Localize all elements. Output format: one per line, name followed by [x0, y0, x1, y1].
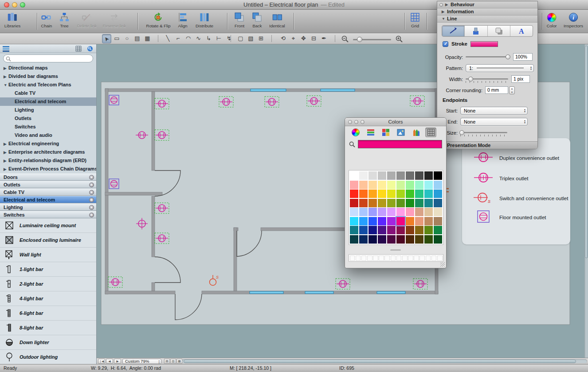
- color-swatch[interactable]: [387, 181, 396, 189]
- toolbar-rotate-flip-button[interactable]: Rotate & Flip: [146, 11, 171, 28]
- shadow-style-tab[interactable]: [488, 26, 510, 36]
- tool-smart-connector-button[interactable]: ↯: [224, 34, 234, 43]
- disclosure-triangle-icon[interactable]: ▶: [4, 64, 8, 72]
- toolbar-inspectors-button[interactable]: i Inspectors: [564, 11, 583, 28]
- stroke-checkbox[interactable]: [443, 41, 448, 47]
- zoom-slider-knob[interactable]: [357, 37, 362, 42]
- library-list-icon[interactable]: [3, 46, 10, 54]
- color-swatch[interactable]: [387, 235, 396, 244]
- color-swatch[interactable]: [406, 226, 414, 234]
- color-swatch[interactable]: [368, 226, 377, 234]
- color-swatch[interactable]: [396, 171, 405, 180]
- color-swatch[interactable]: [359, 217, 368, 225]
- disclosure-triangle-icon[interactable]: ▶: [4, 165, 8, 173]
- stencil-item[interactable]: 2-light bar: [0, 277, 96, 291]
- corner-rounding-field[interactable]: 0 mm: [485, 86, 508, 94]
- stencil-item[interactable]: Luminaire ceiling mount: [0, 218, 96, 233]
- zoom-level-popup[interactable]: Custom 79%: [122, 359, 161, 364]
- tool-zoom-area-button[interactable]: ⊞: [256, 34, 266, 43]
- minimize-window-button[interactable]: [12, 2, 17, 8]
- disclosure-triangle-icon[interactable]: ▶: [4, 148, 8, 156]
- disclosure-triangle-icon[interactable]: ▶: [4, 140, 8, 148]
- library-tree-item[interactable]: ▶Divided bar diagrams: [0, 72, 96, 81]
- color-swatch[interactable]: [415, 235, 423, 244]
- color-swatch[interactable]: [350, 208, 358, 216]
- color-swatch[interactable]: [350, 181, 358, 189]
- color-swatch[interactable]: [350, 199, 358, 207]
- zoom-dialog-button[interactable]: [361, 120, 365, 124]
- library-section-cable-tv[interactable]: Cable TV✕: [0, 188, 96, 196]
- library-section-switches[interactable]: Switches✕: [0, 211, 96, 218]
- custom-color-slot[interactable]: [437, 256, 443, 261]
- page-view-single-button[interactable]: ▤: [164, 359, 170, 364]
- width-slider[interactable]: [466, 78, 508, 80]
- stencil-item[interactable]: 8-light bar: [0, 321, 96, 335]
- custom-color-slot[interactable]: [361, 256, 367, 261]
- custom-color-slot[interactable]: [408, 256, 413, 261]
- color-swatch[interactable]: [350, 226, 358, 234]
- close-dialog-button[interactable]: [348, 120, 352, 124]
- color-swatch[interactable]: [359, 208, 368, 216]
- corner-rounding-stepper[interactable]: ▲▼: [509, 86, 515, 94]
- search-box[interactable]: [3, 54, 93, 62]
- library-tree-item[interactable]: Cable TV: [0, 89, 96, 97]
- color-swatch[interactable]: [387, 226, 396, 234]
- crayons-tab[interactable]: [410, 128, 421, 137]
- horizontal-scrollbar[interactable]: [182, 359, 587, 363]
- stencil-item[interactable]: Enclosed ceiling luminaire: [0, 233, 96, 248]
- toolbar-distribute-button[interactable]: Distribute: [196, 11, 213, 28]
- library-tree-item[interactable]: Lighting: [0, 106, 96, 114]
- tool-connector-button[interactable]: ↳: [204, 34, 213, 43]
- tool-curve-button[interactable]: ∿: [194, 34, 203, 43]
- view-grid-button[interactable]: [75, 46, 82, 54]
- color-swatch[interactable]: [396, 199, 405, 207]
- color-swatch[interactable]: [396, 181, 405, 189]
- toolbar-identical-button[interactable]: Identical: [269, 11, 285, 28]
- legend-item[interactable]: Duplex convenience outlet: [472, 151, 559, 165]
- color-swatch[interactable]: [424, 199, 433, 207]
- custom-color-slot[interactable]: [391, 256, 396, 261]
- color-swatch[interactable]: [359, 190, 368, 198]
- color-swatch[interactable]: [359, 171, 368, 180]
- selected-color-well[interactable]: [358, 140, 442, 148]
- color-swatch[interactable]: [434, 181, 442, 189]
- library-section-lighting[interactable]: Lighting✕: [0, 203, 96, 211]
- custom-color-slot[interactable]: [431, 256, 437, 261]
- toolbar-back-button[interactable]: Back: [252, 11, 263, 28]
- color-swatch[interactable]: [368, 171, 377, 180]
- color-swatch[interactable]: [378, 199, 386, 207]
- size-slider[interactable]: [460, 132, 507, 133]
- opacity-slider-knob[interactable]: [506, 54, 510, 59]
- color-swatch[interactable]: [378, 235, 386, 244]
- zoom-in-button[interactable]: [395, 35, 404, 43]
- color-swatch[interactable]: [406, 171, 414, 180]
- color-swatch[interactable]: [415, 199, 423, 207]
- opacity-value-field[interactable]: 100%: [513, 53, 533, 61]
- library-section-outlets[interactable]: Outlets✕: [0, 181, 96, 188]
- tool-rotate-button[interactable]: ⟲: [278, 34, 288, 43]
- toolbar-front-button[interactable]: Front: [234, 11, 245, 28]
- start-endpoint-popup[interactable]: None: [460, 107, 528, 115]
- color-swatch[interactable]: [434, 190, 442, 198]
- color-swatch[interactable]: [424, 226, 433, 234]
- library-tree-item[interactable]: Outlets: [0, 114, 96, 123]
- horizontal-scrollbar-thumb[interactable]: [184, 360, 576, 363]
- legend-item[interactable]: Triplex outlet: [472, 172, 528, 185]
- tool-select-button[interactable]: ➤: [102, 34, 111, 43]
- color-swatch[interactable]: [378, 190, 386, 198]
- color-swatch[interactable]: [378, 171, 386, 180]
- color-swatch[interactable]: [415, 208, 423, 216]
- color-swatch[interactable]: [396, 235, 405, 244]
- color-swatch[interactable]: [434, 217, 442, 225]
- opacity-slider[interactable]: [466, 56, 510, 58]
- close-library-icon[interactable]: ✕: [89, 198, 94, 202]
- close-library-icon[interactable]: ✕: [89, 213, 94, 217]
- color-swatch[interactable]: [396, 217, 405, 225]
- inspector-section-behaviour[interactable]: ▶ Behaviour: [437, 1, 537, 8]
- zoom-slider[interactable]: [353, 39, 391, 40]
- stencil-item[interactable]: 1-light bar: [0, 262, 96, 277]
- color-swatch[interactable]: [424, 171, 433, 180]
- color-swatch[interactable]: [396, 208, 405, 216]
- library-tree-item[interactable]: Video and audio: [0, 131, 96, 140]
- toolbar-grid-button[interactable]: Grid: [410, 11, 420, 28]
